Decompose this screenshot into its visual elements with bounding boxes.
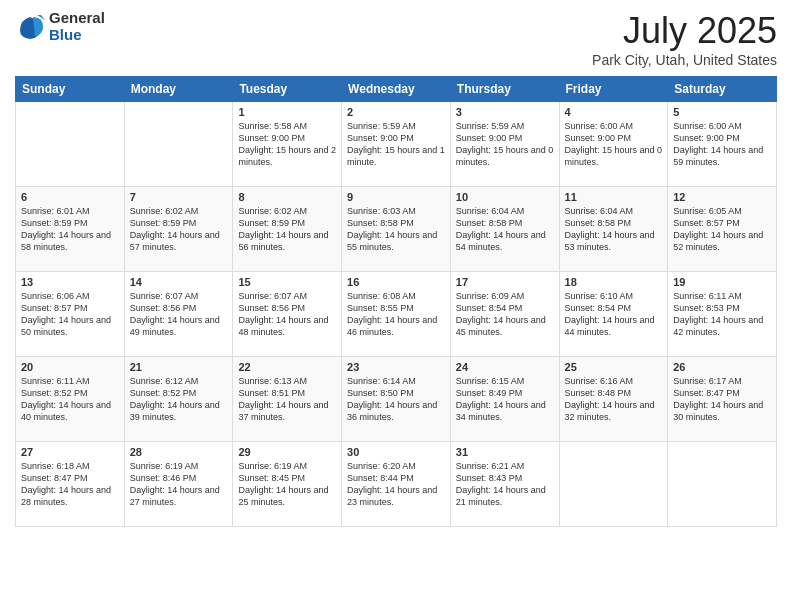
day-number: 16 — [347, 276, 445, 288]
logo-text: General Blue — [49, 10, 105, 43]
day-number: 17 — [456, 276, 554, 288]
day-cell: 11Sunrise: 6:04 AM Sunset: 8:58 PM Dayli… — [559, 187, 668, 272]
day-number: 20 — [21, 361, 119, 373]
day-cell: 20Sunrise: 6:11 AM Sunset: 8:52 PM Dayli… — [16, 357, 125, 442]
day-number: 21 — [130, 361, 228, 373]
day-number: 4 — [565, 106, 663, 118]
day-cell: 21Sunrise: 6:12 AM Sunset: 8:52 PM Dayli… — [124, 357, 233, 442]
day-info: Sunrise: 6:07 AM Sunset: 8:56 PM Dayligh… — [130, 290, 228, 339]
day-cell: 1Sunrise: 5:58 AM Sunset: 9:00 PM Daylig… — [233, 102, 342, 187]
day-info: Sunrise: 6:03 AM Sunset: 8:58 PM Dayligh… — [347, 205, 445, 254]
day-number: 5 — [673, 106, 771, 118]
day-cell — [16, 102, 125, 187]
day-info: Sunrise: 6:00 AM Sunset: 9:00 PM Dayligh… — [673, 120, 771, 169]
day-cell — [124, 102, 233, 187]
calendar-body: 1Sunrise: 5:58 AM Sunset: 9:00 PM Daylig… — [16, 102, 777, 527]
day-cell: 25Sunrise: 6:16 AM Sunset: 8:48 PM Dayli… — [559, 357, 668, 442]
day-number: 26 — [673, 361, 771, 373]
day-number: 22 — [238, 361, 336, 373]
day-cell: 5Sunrise: 6:00 AM Sunset: 9:00 PM Daylig… — [668, 102, 777, 187]
day-cell: 18Sunrise: 6:10 AM Sunset: 8:54 PM Dayli… — [559, 272, 668, 357]
day-info: Sunrise: 6:19 AM Sunset: 8:45 PM Dayligh… — [238, 460, 336, 509]
day-number: 8 — [238, 191, 336, 203]
day-cell: 27Sunrise: 6:18 AM Sunset: 8:47 PM Dayli… — [16, 442, 125, 527]
day-cell — [668, 442, 777, 527]
day-number: 15 — [238, 276, 336, 288]
logo-icon — [15, 12, 45, 42]
day-number: 14 — [130, 276, 228, 288]
week-row-2: 13Sunrise: 6:06 AM Sunset: 8:57 PM Dayli… — [16, 272, 777, 357]
day-info: Sunrise: 6:02 AM Sunset: 8:59 PM Dayligh… — [130, 205, 228, 254]
day-cell: 4Sunrise: 6:00 AM Sunset: 9:00 PM Daylig… — [559, 102, 668, 187]
col-wednesday: Wednesday — [342, 77, 451, 102]
day-info: Sunrise: 6:15 AM Sunset: 8:49 PM Dayligh… — [456, 375, 554, 424]
col-monday: Monday — [124, 77, 233, 102]
day-number: 9 — [347, 191, 445, 203]
day-info: Sunrise: 6:19 AM Sunset: 8:46 PM Dayligh… — [130, 460, 228, 509]
day-number: 19 — [673, 276, 771, 288]
day-number: 10 — [456, 191, 554, 203]
day-cell — [559, 442, 668, 527]
day-number: 12 — [673, 191, 771, 203]
day-number: 30 — [347, 446, 445, 458]
day-number: 28 — [130, 446, 228, 458]
day-number: 25 — [565, 361, 663, 373]
day-cell: 28Sunrise: 6:19 AM Sunset: 8:46 PM Dayli… — [124, 442, 233, 527]
day-info: Sunrise: 5:59 AM Sunset: 9:00 PM Dayligh… — [456, 120, 554, 169]
col-friday: Friday — [559, 77, 668, 102]
day-cell: 29Sunrise: 6:19 AM Sunset: 8:45 PM Dayli… — [233, 442, 342, 527]
day-cell: 22Sunrise: 6:13 AM Sunset: 8:51 PM Dayli… — [233, 357, 342, 442]
week-row-1: 6Sunrise: 6:01 AM Sunset: 8:59 PM Daylig… — [16, 187, 777, 272]
day-info: Sunrise: 6:13 AM Sunset: 8:51 PM Dayligh… — [238, 375, 336, 424]
subtitle: Park City, Utah, United States — [592, 52, 777, 68]
day-cell: 19Sunrise: 6:11 AM Sunset: 8:53 PM Dayli… — [668, 272, 777, 357]
col-sunday: Sunday — [16, 77, 125, 102]
day-info: Sunrise: 6:11 AM Sunset: 8:52 PM Dayligh… — [21, 375, 119, 424]
logo-blue: Blue — [49, 27, 105, 44]
day-cell: 14Sunrise: 6:07 AM Sunset: 8:56 PM Dayli… — [124, 272, 233, 357]
day-cell: 30Sunrise: 6:20 AM Sunset: 8:44 PM Dayli… — [342, 442, 451, 527]
col-thursday: Thursday — [450, 77, 559, 102]
logo: General Blue — [15, 10, 105, 43]
day-cell: 10Sunrise: 6:04 AM Sunset: 8:58 PM Dayli… — [450, 187, 559, 272]
day-info: Sunrise: 6:07 AM Sunset: 8:56 PM Dayligh… — [238, 290, 336, 339]
day-number: 1 — [238, 106, 336, 118]
day-cell: 31Sunrise: 6:21 AM Sunset: 8:43 PM Dayli… — [450, 442, 559, 527]
day-info: Sunrise: 6:09 AM Sunset: 8:54 PM Dayligh… — [456, 290, 554, 339]
day-info: Sunrise: 6:05 AM Sunset: 8:57 PM Dayligh… — [673, 205, 771, 254]
col-tuesday: Tuesday — [233, 77, 342, 102]
day-info: Sunrise: 6:02 AM Sunset: 8:59 PM Dayligh… — [238, 205, 336, 254]
day-info: Sunrise: 6:10 AM Sunset: 8:54 PM Dayligh… — [565, 290, 663, 339]
header: General Blue July 2025 Park City, Utah, … — [15, 10, 777, 68]
day-info: Sunrise: 6:12 AM Sunset: 8:52 PM Dayligh… — [130, 375, 228, 424]
day-cell: 3Sunrise: 5:59 AM Sunset: 9:00 PM Daylig… — [450, 102, 559, 187]
day-number: 31 — [456, 446, 554, 458]
day-info: Sunrise: 6:21 AM Sunset: 8:43 PM Dayligh… — [456, 460, 554, 509]
day-number: 11 — [565, 191, 663, 203]
page: General Blue July 2025 Park City, Utah, … — [0, 0, 792, 612]
day-cell: 15Sunrise: 6:07 AM Sunset: 8:56 PM Dayli… — [233, 272, 342, 357]
day-cell: 2Sunrise: 5:59 AM Sunset: 9:00 PM Daylig… — [342, 102, 451, 187]
col-saturday: Saturday — [668, 77, 777, 102]
day-number: 23 — [347, 361, 445, 373]
day-info: Sunrise: 6:20 AM Sunset: 8:44 PM Dayligh… — [347, 460, 445, 509]
day-number: 3 — [456, 106, 554, 118]
day-info: Sunrise: 6:18 AM Sunset: 8:47 PM Dayligh… — [21, 460, 119, 509]
day-cell: 24Sunrise: 6:15 AM Sunset: 8:49 PM Dayli… — [450, 357, 559, 442]
calendar-header: Sunday Monday Tuesday Wednesday Thursday… — [16, 77, 777, 102]
day-info: Sunrise: 6:17 AM Sunset: 8:47 PM Dayligh… — [673, 375, 771, 424]
weekday-row: Sunday Monday Tuesday Wednesday Thursday… — [16, 77, 777, 102]
day-cell: 26Sunrise: 6:17 AM Sunset: 8:47 PM Dayli… — [668, 357, 777, 442]
day-info: Sunrise: 5:58 AM Sunset: 9:00 PM Dayligh… — [238, 120, 336, 169]
day-info: Sunrise: 6:11 AM Sunset: 8:53 PM Dayligh… — [673, 290, 771, 339]
week-row-4: 27Sunrise: 6:18 AM Sunset: 8:47 PM Dayli… — [16, 442, 777, 527]
day-info: Sunrise: 6:04 AM Sunset: 8:58 PM Dayligh… — [456, 205, 554, 254]
day-info: Sunrise: 6:00 AM Sunset: 9:00 PM Dayligh… — [565, 120, 663, 169]
week-row-3: 20Sunrise: 6:11 AM Sunset: 8:52 PM Dayli… — [16, 357, 777, 442]
day-cell: 23Sunrise: 6:14 AM Sunset: 8:50 PM Dayli… — [342, 357, 451, 442]
day-cell: 8Sunrise: 6:02 AM Sunset: 8:59 PM Daylig… — [233, 187, 342, 272]
day-info: Sunrise: 6:04 AM Sunset: 8:58 PM Dayligh… — [565, 205, 663, 254]
day-number: 13 — [21, 276, 119, 288]
day-number: 18 — [565, 276, 663, 288]
main-title: July 2025 — [592, 10, 777, 52]
